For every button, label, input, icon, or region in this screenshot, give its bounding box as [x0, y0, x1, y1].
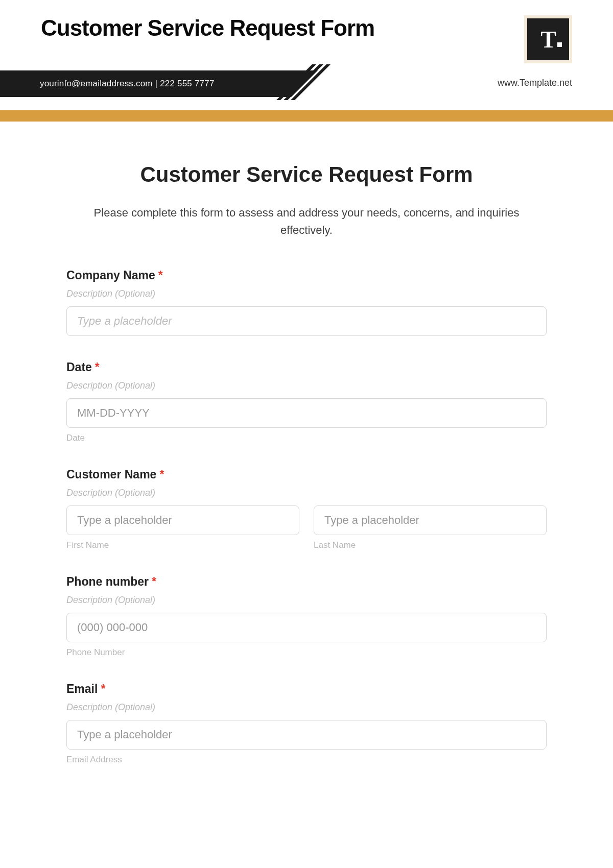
customer-name-label: Customer Name	[66, 468, 156, 481]
date-input[interactable]	[66, 398, 547, 428]
company-name-label: Company Name	[66, 269, 155, 282]
email-label: Email	[66, 682, 98, 696]
email-sublabel: Email Address	[66, 755, 547, 765]
form-body: Customer Service Request Form Please com…	[0, 122, 613, 765]
accent-divider	[0, 110, 613, 122]
phone-desc: Description (Optional)	[66, 595, 547, 606]
last-name-sublabel: Last Name	[314, 540, 547, 550]
field-date: Date* Description (Optional) Date	[66, 360, 547, 443]
date-sublabel: Date	[66, 433, 547, 443]
first-name-sublabel: First Name	[66, 540, 299, 550]
date-label: Date	[66, 360, 92, 374]
required-mark: *	[95, 360, 100, 374]
field-customer-name: Customer Name* Description (Optional) Fi…	[66, 468, 547, 550]
field-phone: Phone number* Description (Optional) Pho…	[66, 575, 547, 658]
brand-letter: T	[540, 26, 556, 53]
required-mark: *	[159, 468, 164, 481]
email-input[interactable]	[66, 720, 547, 750]
required-mark: *	[152, 575, 156, 589]
banner-dark-strip: yourinfo@emailaddress.com | 222 555 7777	[0, 70, 291, 97]
field-company-name: Company Name* Description (Optional)	[66, 269, 547, 336]
brand-logo-inner: T	[527, 18, 569, 60]
brand-dot-icon	[557, 42, 562, 47]
last-name-input[interactable]	[314, 505, 547, 535]
phone-label: Phone number	[66, 575, 149, 589]
contact-line: yourinfo@emailaddress.com | 222 555 7777	[40, 79, 215, 89]
email-desc: Description (Optional)	[66, 702, 547, 713]
site-url[interactable]: www.Template.net	[498, 78, 572, 88]
required-mark: *	[158, 269, 163, 282]
form-title: Customer Service Request Form	[66, 162, 547, 187]
form-intro: Please complete this form to assess and …	[77, 204, 536, 239]
field-email: Email* Description (Optional) Email Addr…	[66, 682, 547, 765]
page-title: Customer Service Request Form	[41, 15, 374, 41]
phone-input[interactable]	[66, 613, 547, 642]
company-name-input[interactable]	[66, 306, 547, 336]
first-name-input[interactable]	[66, 505, 299, 535]
header-banner: yourinfo@emailaddress.com | 222 555 7777…	[0, 70, 613, 101]
required-mark: *	[101, 682, 105, 696]
brand-logo: T	[524, 15, 572, 63]
phone-sublabel: Phone Number	[66, 647, 547, 658]
date-desc: Description (Optional)	[66, 380, 547, 391]
customer-name-desc: Description (Optional)	[66, 488, 547, 498]
company-name-desc: Description (Optional)	[66, 288, 547, 299]
